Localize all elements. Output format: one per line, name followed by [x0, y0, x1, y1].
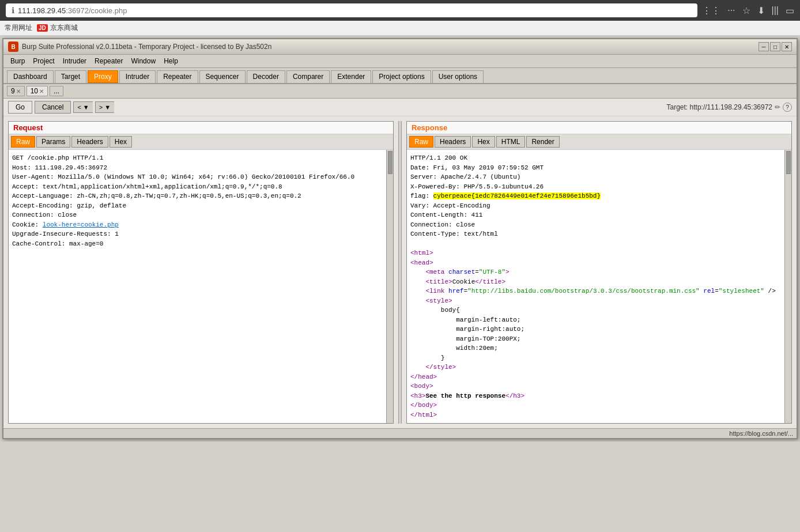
library-btn[interactable]: ||| [772, 5, 779, 16]
cookie-link[interactable]: look-here=cookie.php [43, 221, 119, 228]
maximize-btn[interactable]: □ [770, 42, 780, 51]
help-icon[interactable]: ? [783, 103, 792, 112]
resp-html-14: </head> [410, 372, 781, 382]
controls-bar: Go Cancel < ▼ > ▼ Target: http://111.198… [3, 99, 797, 116]
tab-numbers: 9 ✕ 10 ✕ ... [3, 84, 797, 99]
resp-html-18: </html> [410, 410, 781, 420]
tab-dashboard[interactable]: Dashboard [7, 70, 54, 83]
bookmark-changyo[interactable]: 常用网址 [5, 23, 32, 33]
extensions-btn[interactable]: ⋮⋮ [702, 5, 720, 16]
resp-tab-html[interactable]: HTML [496, 136, 526, 148]
resp-html-7: body{ [410, 305, 781, 315]
response-scroll-thumb[interactable] [786, 151, 791, 174]
tab-repeater[interactable]: Repeater [157, 70, 198, 83]
menu-burp[interactable]: Burp [7, 56, 28, 66]
request-scroll-area: GET /cookie.php HTTP/1.1 Host: 111.198.2… [9, 150, 393, 423]
request-scroll-thumb[interactable] [388, 151, 393, 174]
num-tab-10[interactable]: 10 ✕ [27, 86, 48, 96]
close-btn[interactable]: ✕ [782, 42, 792, 51]
resp-html-11: width:20em; [410, 344, 781, 353]
menu-window[interactable]: Window [127, 56, 159, 66]
content-panels: Request Raw Params Headers Hex GET /cook… [3, 116, 797, 428]
tab-project-options[interactable]: Project options [372, 70, 431, 83]
req-tab-hex[interactable]: Hex [110, 136, 132, 148]
resp-tab-raw[interactable]: Raw [409, 136, 433, 148]
resp-line-6: Vary: Accept-Encoding [410, 201, 781, 211]
menu-project[interactable]: Project [29, 56, 58, 66]
resp-line-7: Content-Length: 411 [410, 210, 781, 220]
resp-html-16: <h3>See the http response</h3> [410, 391, 781, 401]
response-scrollbar[interactable] [784, 150, 791, 423]
req-line-8: Cookie: look-here=cookie.php [12, 220, 383, 230]
resp-line-1: HTTP/1.1 200 OK [410, 153, 781, 163]
download-btn[interactable]: ⬇ [757, 5, 765, 16]
nav-left-btn[interactable]: < ▼ [73, 101, 92, 113]
resp-html-17: </body> [410, 401, 781, 410]
vertical-splitter[interactable] [398, 121, 402, 424]
title-controls: ─ □ ✕ [759, 42, 792, 51]
browser-actions: ⋮⋮ ··· ☆ ⬇ ||| ▭ [702, 5, 794, 16]
edit-icon[interactable]: ✏ [775, 103, 780, 111]
bookmark-jd[interactable]: JD 京东商城 [37, 23, 78, 33]
bookmark-btn[interactable]: ☆ [742, 5, 750, 16]
resp-html-6: <style> [410, 296, 781, 306]
resp-html-12: } [410, 353, 781, 363]
browser-chrome: ℹ 111.198.29.45:36972/cookie.php ⋮⋮ ··· … [0, 0, 800, 21]
resp-html-5: <link href="http://libs.baidu.com/bootst… [410, 286, 781, 296]
url-bar[interactable]: ℹ 111.198.29.45:36972/cookie.php [6, 3, 697, 17]
tab-decoder[interactable]: Decoder [247, 70, 285, 83]
tab-extender[interactable]: Extender [331, 70, 371, 83]
resp-html-4: <title>Cookie</title> [410, 277, 781, 287]
req-line-9: Upgrade-Insecure-Requests: 1 [12, 229, 383, 239]
req-line-1: GET /cookie.php HTTP/1.1 [12, 153, 383, 163]
req-tab-raw[interactable]: Raw [11, 136, 35, 148]
resp-line-3: Server: Apache/2.4.7 (Ubuntu) [410, 172, 781, 182]
menu-bar: Burp Project Intruder Repeater Window He… [3, 55, 797, 68]
req-tab-headers[interactable]: Headers [71, 136, 108, 148]
controls-left: Go Cancel < ▼ > ▼ [8, 101, 114, 114]
tab-num-10-label: 10 [31, 87, 38, 95]
menu-repeater[interactable]: Repeater [91, 56, 126, 66]
tab-sequencer[interactable]: Sequencer [199, 70, 246, 83]
tab-comparer[interactable]: Comparer [286, 70, 330, 83]
resp-tab-hex[interactable]: Hex [472, 136, 495, 148]
title-bar-left: B Burp Suite Professional v2.0.11beta - … [8, 41, 271, 52]
cancel-btn[interactable]: Cancel [35, 101, 71, 114]
resp-tab-render[interactable]: Render [526, 136, 559, 148]
resp-html-8: margin-left:auto; [410, 315, 781, 325]
tab-proxy[interactable]: Proxy [88, 70, 118, 83]
req-line-3: User-Agent: Mozilla/5.0 (Windows NT 10.0… [12, 172, 383, 182]
sidebar-btn[interactable]: ▭ [786, 5, 794, 16]
go-btn[interactable]: Go [8, 101, 32, 114]
req-tab-params[interactable]: Params [36, 136, 70, 148]
more-tabs-btn[interactable]: ... [50, 86, 63, 96]
req-line-5: Accept-Language: zh-CN,zh;q=0.8,zh-TW;q=… [12, 191, 383, 201]
resp-line-8: Connection: close [410, 220, 781, 230]
burp-window: B Burp Suite Professional v2.0.11beta - … [2, 38, 798, 439]
tab-intruder[interactable]: Intruder [119, 70, 156, 83]
tab-10-close[interactable]: ✕ [39, 88, 44, 95]
response-panel-title: Response [407, 122, 791, 134]
menu-help[interactable]: Help [160, 56, 182, 66]
tab-user-options[interactable]: User options [432, 70, 484, 83]
resp-tab-headers[interactable]: Headers [435, 136, 471, 148]
resp-html-3: <meta charset="UTF-8"> [410, 267, 781, 277]
nav-right-btn[interactable]: > ▼ [95, 101, 114, 113]
resp-html-9: margin-right:auto; [410, 325, 781, 334]
url-host: 111.198.29.45 [18, 6, 66, 15]
request-panel-title: Request [9, 122, 393, 134]
menu-intruder[interactable]: Intruder [59, 56, 90, 66]
req-line-10: Cache-Control: max-age=0 [12, 239, 383, 249]
request-panel: Request Raw Params Headers Hex GET /cook… [8, 121, 394, 424]
tab-target[interactable]: Target [55, 70, 86, 83]
num-tab-9[interactable]: 9 ✕ [7, 86, 25, 96]
minimize-btn[interactable]: ─ [759, 42, 769, 51]
more-btn[interactable]: ··· [727, 5, 735, 16]
tab-9-close[interactable]: ✕ [16, 88, 21, 95]
request-scrollbar[interactable] [386, 150, 393, 423]
url-path: :36972/cookie.php [66, 6, 127, 15]
tab-num-9-label: 9 [11, 87, 15, 95]
resp-blank [410, 239, 781, 249]
resp-html-10: margin-TOP:200PX; [410, 334, 781, 344]
jd-icon: JD [37, 24, 48, 32]
